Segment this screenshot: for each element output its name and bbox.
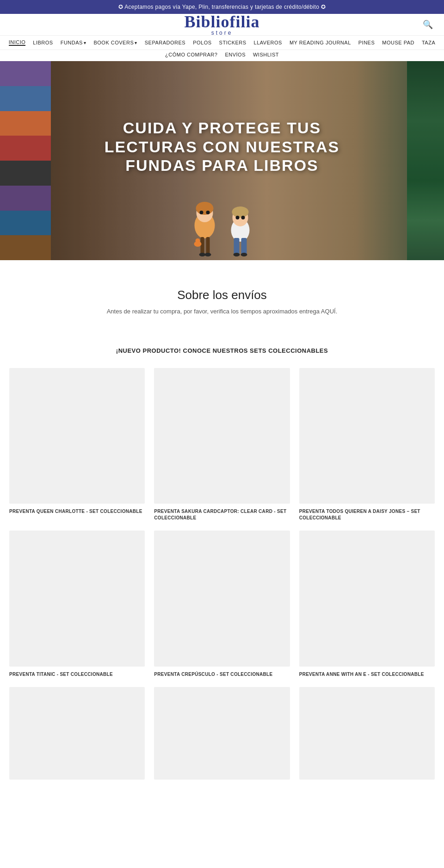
nav-item-reading-journal[interactable]: MY READING JOURNAL [290,40,351,45]
product-image-9 [299,687,435,780]
logo-name: Bibliofilia [184,12,259,31]
fundas-chevron-icon: ▾ [84,40,86,45]
product-card-crepusculo[interactable]: PREVENTA CREPÚSCULO - SET COLECCIONABLE [154,531,290,677]
nav-item-polos[interactable]: POLOS [193,40,211,45]
search-button[interactable]: 🔍 [423,19,433,30]
nav-item-mouse-pad[interactable]: MOUSE PAD [382,40,414,45]
nav-item-fundas[interactable]: FUNDAS ▾ [61,40,86,45]
envios-title: Sobre los envíos [9,288,435,302]
svg-point-14 [236,216,240,219]
product-image-crepusculo [154,531,290,666]
hero-section: CUIDA Y PROTEGE TUS LECTURAS CON NUESTRA… [0,61,444,260]
svg-point-18 [234,253,240,256]
nav-item-separadores[interactable]: SEPARADORES [145,40,185,45]
main-nav: INICIO LIBROS FUNDAS ▾ BOOK COVERS ▾ SEP… [0,36,444,61]
envios-description: Antes de realizar tu compra, por favor, … [9,308,435,315]
svg-point-15 [241,216,245,219]
nav-item-stickers[interactable]: STICKERS [219,40,247,45]
hero-main-text: CUIDA Y PROTEGE TUS LECTURAS CON NUESTRA… [83,119,361,175]
nav-item-envios-link[interactable]: ENVÍOS [225,52,246,57]
product-image-anne [299,531,435,666]
product-card-8[interactable] [154,687,290,784]
nav-item-pines[interactable]: PINES [358,40,375,45]
product-card-queen-charlotte[interactable]: PREVENTA QUEEN CHARLOTTE - SET COLECCION… [9,368,145,521]
nav-item-book-covers[interactable]: BOOK COVERS ▾ [93,40,137,45]
product-card-7[interactable] [9,687,145,784]
nav-item-como-comprar[interactable]: ¿CÓMO COMPRAR? [165,52,217,57]
product-image-sakura [154,368,290,504]
product-card-daisy-jones[interactable]: PREVENTA TODOS QUIEREN A DAISY JONES – S… [299,368,435,521]
svg-point-19 [241,253,247,256]
nav-item-inicio[interactable]: INICIO [9,39,26,46]
nav-row-1: INICIO LIBROS FUNDAS ▾ BOOK COVERS ▾ SEP… [0,36,444,50]
nav-item-llaveros[interactable]: LLAVEROS [254,40,282,45]
product-name-queen-charlotte: PREVENTA QUEEN CHARLOTTE - SET COLECCION… [9,508,145,515]
bottom-spacer [0,784,444,803]
product-image-daisy-jones [299,368,435,504]
product-card-9[interactable] [299,687,435,784]
svg-point-13 [232,206,249,218]
svg-point-7 [199,253,206,256]
product-name-anne: PREVENTA ANNE WITH AN E - SET COLECCIONA… [299,671,435,678]
new-product-title: ¡NUEVO PRODUCTO! CONOCE NUESTROS SETS CO… [9,347,435,354]
top-banner: ✪ Aceptamos pagos vía Yape, Plin, transf… [0,0,444,14]
svg-point-4 [206,211,210,214]
svg-point-3 [200,211,204,214]
product-name-daisy-jones: PREVENTA TODOS QUIEREN A DAISY JONES – S… [299,508,435,521]
spacer-2 [0,324,444,338]
svg-point-8 [205,253,211,256]
product-name-titanic: PREVENTA TITANIC - SET COLECCIONABLE [9,671,145,678]
product-image-7 [9,687,145,780]
header: Bibliofilia store 🔍 [0,14,444,36]
envios-section: Sobre los envíos Antes de realizar tu co… [0,274,444,324]
nav-item-taza[interactable]: TAZA [422,40,435,45]
hero-text-block: CUIDA Y PROTEGE TUS LECTURAS CON NUESTRA… [83,119,361,175]
nav-item-wishlist[interactable]: WISHLIST [253,52,279,57]
product-grid: PREVENTA QUEEN CHARLOTTE - SET COLECCION… [0,359,444,784]
nav-item-libros[interactable]: LIBROS [33,40,53,45]
product-card-titanic[interactable]: PREVENTA TITANIC - SET COLECCIONABLE [9,531,145,677]
product-image-queen-charlotte [9,368,145,504]
nav-row-2: ¿CÓMO COMPRAR? ENVÍOS WISHLIST [0,50,444,61]
product-card-anne[interactable]: PREVENTA ANNE WITH AN E - SET COLECCIONA… [299,531,435,677]
book-covers-chevron-icon: ▾ [135,40,137,45]
product-name-sakura: PREVENTA SAKURA CARDCAPTOR: CLEAR CARD -… [154,508,290,521]
spacer-1 [0,260,444,274]
svg-point-10 [196,238,200,243]
product-name-crepusculo: PREVENTA CREPÚSCULO - SET COLECCIONABLE [154,671,290,678]
svg-point-2 [196,202,214,215]
search-icon: 🔍 [423,20,433,29]
product-image-titanic [9,531,145,666]
banner-text: ✪ Aceptamos pagos vía Yape, Plin, transf… [118,4,326,10]
product-image-8 [154,687,290,780]
new-product-section: ¡NUEVO PRODUCTO! CONOCE NUESTROS SETS CO… [0,338,444,359]
funko-figure-1 [189,200,221,260]
funko-figure-2 [226,205,256,260]
logo[interactable]: Bibliofilia store [184,13,259,36]
product-card-sakura[interactable]: PREVENTA SAKURA CARDCAPTOR: CLEAR CARD -… [154,368,290,521]
